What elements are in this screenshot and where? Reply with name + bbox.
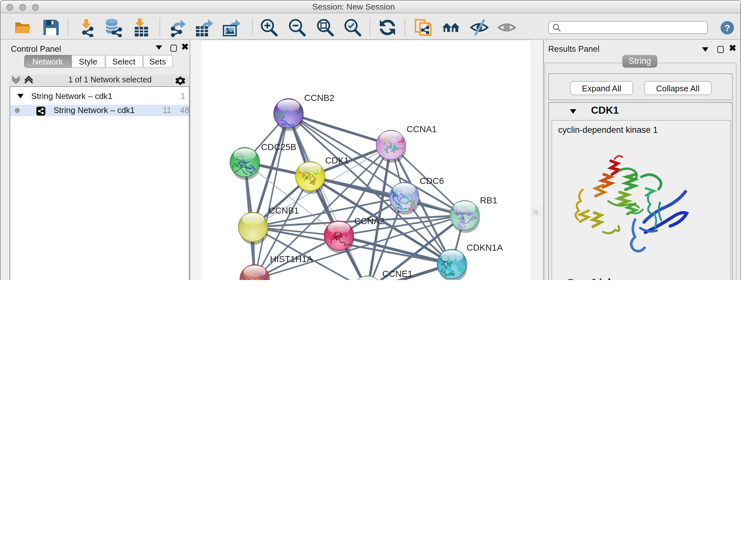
svg-text:CCNB1: CCNB1: [269, 205, 299, 215]
svg-text:CDK1: CDK1: [325, 155, 349, 165]
svg-text:CDC6: CDC6: [420, 176, 444, 186]
svg-text:CCNA2: CCNA2: [354, 216, 385, 226]
svg-text:CCNA1: CCNA1: [407, 124, 437, 134]
svg-text:HIST1H1A: HIST1H1A: [270, 254, 313, 264]
svg-text:CCNE1: CCNE1: [382, 268, 413, 278]
svg-text:CCNB2: CCNB2: [304, 92, 334, 103]
svg-text:RB1: RB1: [480, 195, 497, 205]
svg-text:CDC25B: CDC25B: [261, 142, 296, 152]
svg-text:CDKN1A: CDKN1A: [467, 242, 503, 252]
